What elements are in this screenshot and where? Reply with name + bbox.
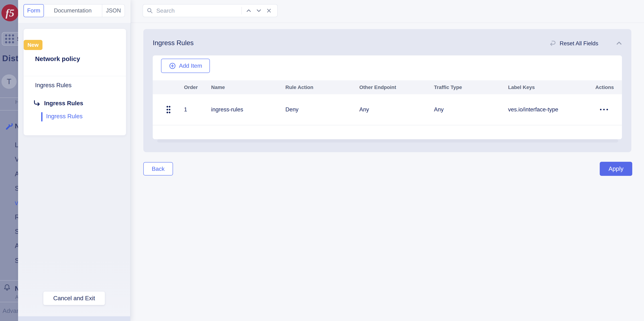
- tenant-pill[interactable]: T: [2, 74, 17, 89]
- wrench-icon: [5, 122, 14, 131]
- column-header-label-keys: Label Keys: [508, 84, 587, 90]
- sidenav-divider: [0, 110, 18, 110]
- grid-icon: [5, 34, 14, 43]
- reset-all-fields-label: Reset All Fields: [560, 40, 598, 47]
- search-box: [142, 4, 278, 17]
- sidenav-item-6[interactable]: R: [15, 213, 18, 221]
- f5-logo[interactable]: f5: [2, 4, 18, 21]
- column-header-rule-action: Rule Action: [286, 84, 359, 90]
- workspace-switcher-button[interactable]: S: [2, 32, 18, 45]
- side-navigation: f5 S Dist T H N L V A S v R S A S N A Ad…: [0, 0, 18, 321]
- sidenav-item-manage[interactable]: N: [15, 122, 18, 130]
- sidenav-heading: Dist: [2, 53, 18, 63]
- active-tree-indicator: [41, 112, 42, 121]
- back-label: Back: [152, 166, 164, 172]
- sidenav-item-4[interactable]: S: [15, 185, 18, 192]
- drawer-bottom-strip: [18, 316, 130, 321]
- reset-all-fields-button[interactable]: Reset All Fields: [549, 39, 598, 48]
- view-mode-tabs: Form Documentation JSON: [24, 4, 125, 17]
- drag-handle[interactable]: [153, 105, 184, 114]
- sidenav-item-9[interactable]: S: [15, 257, 18, 265]
- top-bar: [130, 0, 644, 23]
- sidenav-item-7[interactable]: S: [15, 228, 18, 235]
- apply-label: Apply: [608, 165, 624, 172]
- tree-item-ingress-rules-child[interactable]: Ingress Rules: [44, 100, 83, 107]
- column-header-other-endpoint: Other Endpoint: [359, 84, 434, 90]
- sidenav-footer-link[interactable]: Advan: [2, 307, 18, 314]
- sidenav-item-1[interactable]: L: [15, 141, 18, 149]
- column-header-order: Order: [184, 84, 211, 90]
- tab-documentation[interactable]: Documentation: [44, 4, 102, 17]
- add-item-button[interactable]: Add Item: [161, 59, 210, 73]
- search-icon: [146, 5, 154, 16]
- tree-branch-arrow-icon: [33, 99, 41, 108]
- column-header-traffic-type: Traffic Type: [434, 84, 508, 90]
- search-next-button[interactable]: [254, 5, 264, 16]
- column-header-name: Name: [211, 84, 286, 90]
- sidenav-item-3[interactable]: A: [15, 170, 18, 178]
- sidenav-item-notifications[interactable]: N: [15, 285, 18, 293]
- search-divider: [242, 7, 242, 14]
- search-input[interactable]: [156, 7, 240, 14]
- main-content: Ingress Rules Reset All Fields: [130, 23, 644, 321]
- column-header-actions: Actions: [587, 84, 622, 90]
- cancel-and-exit-label: Cancel and Exit: [53, 295, 95, 302]
- cell-order: 1: [184, 106, 211, 113]
- form-nav-card: New Network policy Ingress Rules Ingress…: [24, 29, 126, 135]
- back-button[interactable]: Back: [143, 162, 173, 175]
- table-header-row: Order Name Rule Action Other Endpoint Tr…: [153, 80, 622, 94]
- sidenav-divider: [0, 302, 18, 302]
- horizontal-scrollbar[interactable]: [157, 139, 618, 142]
- sidenav-section-label: H: [15, 99, 18, 105]
- drawer-tabs-strip: Form Documentation JSON: [18, 0, 130, 23]
- add-item-label: Add Item: [179, 62, 202, 69]
- sidenav-item-2[interactable]: V: [15, 156, 18, 163]
- cell-rule-action: Deny: [286, 106, 359, 113]
- tree-item-ingress-rules[interactable]: Ingress Rules: [35, 82, 72, 89]
- ingress-rules-panel: Ingress Rules Reset All Fields: [143, 29, 631, 152]
- ingress-rules-table-card: Add Item Order Name Rule Action Other En…: [153, 55, 622, 139]
- sidenav-notifications-sub: A: [15, 294, 18, 300]
- f5-logo-text: f5: [6, 7, 14, 19]
- cell-label-keys: ves.io/interface-type: [508, 106, 587, 113]
- tree-item-ingress-rules-active[interactable]: Ingress Rules: [46, 113, 82, 120]
- chevron-up-icon: [615, 39, 623, 47]
- cell-traffic-type: Any: [434, 106, 508, 113]
- tenant-initial: T: [7, 77, 12, 86]
- divider: [24, 76, 126, 76]
- collapse-section-button[interactable]: [615, 39, 623, 48]
- panel-title: Ingress Rules: [153, 39, 194, 47]
- form-title: Network policy: [35, 55, 80, 62]
- search-prev-button[interactable]: [244, 5, 254, 16]
- row-actions-menu-button[interactable]: •••: [587, 106, 622, 113]
- sidenav-item-8[interactable]: A: [15, 242, 18, 250]
- circle-plus-icon: [169, 62, 176, 69]
- sidenav-item-5-active[interactable]: v: [15, 199, 18, 207]
- new-badge: New: [24, 40, 42, 50]
- cell-other-endpoint: Any: [359, 106, 434, 113]
- tab-json[interactable]: JSON: [102, 4, 124, 17]
- form-drawer: Form Documentation JSON New Network poli…: [18, 0, 130, 321]
- apply-button[interactable]: Apply: [600, 162, 632, 176]
- reset-icon: [549, 39, 557, 48]
- table-row: 1 ingress-rules Deny Any Any ves.io/inte…: [153, 94, 622, 125]
- cell-name: ingress-rules: [211, 106, 286, 113]
- tab-form[interactable]: Form: [24, 4, 44, 17]
- search-clear-button[interactable]: [264, 5, 274, 16]
- sidenav-divider: [0, 280, 18, 281]
- bell-icon: [3, 284, 11, 293]
- cancel-and-exit-button[interactable]: Cancel and Exit: [43, 291, 105, 305]
- sidenav-divider: [0, 97, 18, 98]
